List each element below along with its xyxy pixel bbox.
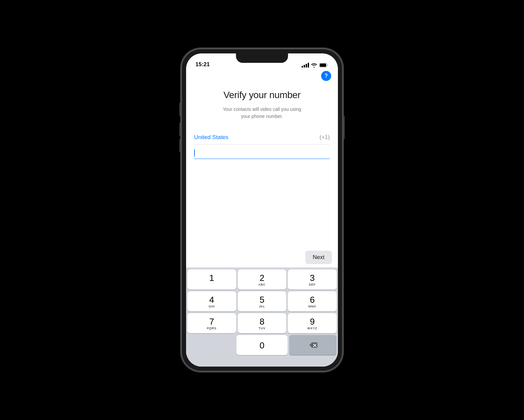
key-4-letters: GHI <box>209 305 215 308</box>
svg-rect-1 <box>320 64 326 67</box>
key-5[interactable]: 5 JKL <box>238 291 287 311</box>
key-2-letters: ABC <box>259 283 266 286</box>
key-2[interactable]: 2 ABC <box>238 269 287 290</box>
phone-input-row[interactable] <box>194 149 330 159</box>
key-6-letters: MNO <box>308 305 316 308</box>
text-cursor <box>194 149 195 157</box>
main-content: Verify your number Your contacts will vi… <box>186 53 338 247</box>
key-7-number: 7 <box>209 317 214 326</box>
key-6[interactable]: 6 MNO <box>288 291 337 311</box>
status-icons <box>302 63 329 68</box>
keyboard-row-2: 4 GHI 5 JKL 6 MNO <box>187 291 337 311</box>
phone-notch <box>236 53 288 63</box>
key-9[interactable]: 9 WXYZ <box>288 313 337 333</box>
key-2-number: 2 <box>260 274 264 282</box>
key-5-number: 5 <box>260 295 264 304</box>
key-8-number: 8 <box>260 317 264 326</box>
signal-bars-icon <box>302 63 309 68</box>
keyboard-row-4: 0 <box>187 335 337 365</box>
key-6-number: 6 <box>310 295 314 304</box>
keyboard-section: Next 1 2 ABC <box>186 247 338 367</box>
key-5-letters: JKL <box>259 305 265 308</box>
key-1-letters <box>211 283 212 286</box>
help-button[interactable]: ? <box>321 71 331 81</box>
key-9-number: 9 <box>310 317 314 326</box>
form-section: United States (+1) <box>186 131 338 159</box>
next-row: Next <box>186 247 338 267</box>
key-1[interactable]: 1 <box>187 269 236 290</box>
next-button[interactable]: Next <box>305 251 332 264</box>
key-8[interactable]: 8 TUV <box>238 313 287 333</box>
numeric-keyboard: 1 2 ABC 3 DEF <box>186 267 338 367</box>
keyboard-row-3: 7 PQRS 8 TUV 9 WXYZ <box>187 313 337 333</box>
wifi-icon <box>311 63 317 68</box>
key-7[interactable]: 7 PQRS <box>187 313 236 333</box>
content-area: ? Verify your number Your contacts will … <box>186 53 338 367</box>
page-subtitle: Your contacts will video call you using … <box>218 106 306 120</box>
key-3[interactable]: 3 DEF <box>288 269 337 290</box>
status-time: 15:21 <box>195 61 210 68</box>
key-delete[interactable] <box>289 335 337 355</box>
key-9-letters: WXYZ <box>307 327 317 330</box>
country-code: (+1) <box>319 134 330 141</box>
phone-frame: 15:21 <box>181 49 343 371</box>
battery-icon <box>319 63 329 68</box>
keyboard-row-1: 1 2 ABC 3 DEF <box>187 269 337 290</box>
key-0-number: 0 <box>260 341 264 350</box>
delete-icon <box>309 342 317 348</box>
key-4[interactable]: 4 GHI <box>187 291 236 311</box>
key-7-letters: PQRS <box>207 327 217 330</box>
key-3-number: 3 <box>310 274 314 282</box>
key-4-number: 4 <box>209 295 214 304</box>
key-3-letters: DEF <box>309 283 315 286</box>
country-name: United States <box>194 134 228 141</box>
country-selector[interactable]: United States (+1) <box>194 131 330 144</box>
key-0[interactable]: 0 <box>236 335 288 355</box>
phone-screen: 15:21 <box>186 53 338 367</box>
page-title: Verify your number <box>223 90 301 100</box>
key-8-letters: TUV <box>259 327 265 330</box>
key-1-number: 1 <box>209 274 214 282</box>
help-icon: ? <box>324 73 328 79</box>
key-empty-left <box>187 335 235 355</box>
